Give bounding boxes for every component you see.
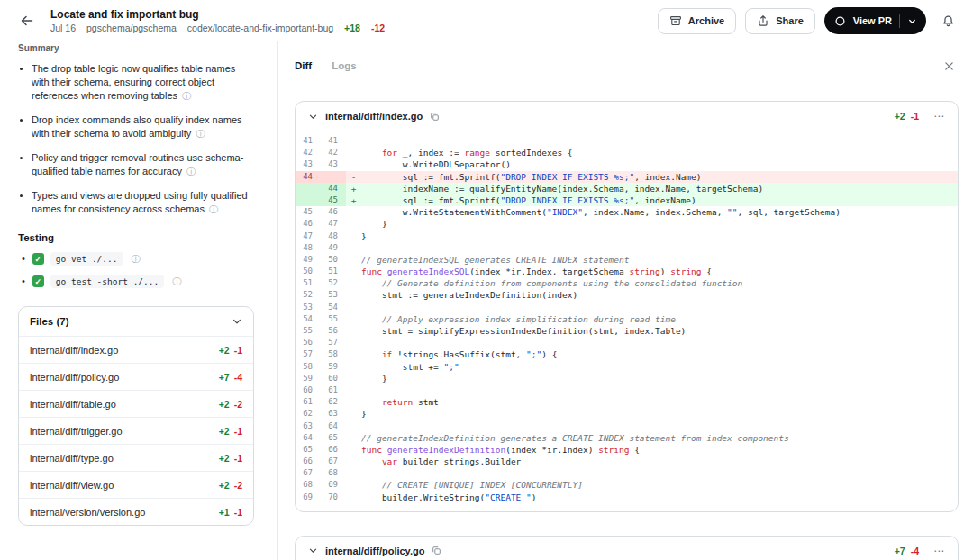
diff-panel-header: internal/diff/index.go +2 -1 ⋯ xyxy=(296,102,958,131)
app: Locate and fix important bug Jul 16 pgsc… xyxy=(0,0,973,560)
diff-sign: + xyxy=(346,183,361,194)
diff-line: 6566func generateIndexDefinition(index *… xyxy=(296,444,958,456)
diff-line: 5152 // Generate definition from compone… xyxy=(296,277,958,289)
file-row[interactable]: internal/version/version.go+1-1 xyxy=(19,498,253,525)
check-icon: ✓ xyxy=(32,253,44,265)
diff-line: 6364 xyxy=(296,420,958,432)
file-additions: +2 xyxy=(895,111,905,122)
collapse-chevron-icon[interactable] xyxy=(308,112,318,122)
old-line-number xyxy=(296,194,321,206)
code-text xyxy=(361,420,958,432)
info-icon[interactable]: ⓘ xyxy=(209,204,218,214)
new-line-number: 52 xyxy=(321,277,346,289)
file-row[interactable]: internal/diff/index.go+2-1 xyxy=(19,336,253,363)
chevron-down-icon[interactable] xyxy=(907,16,917,26)
info-icon[interactable]: ⓘ xyxy=(196,129,205,139)
old-line-number: 43 xyxy=(296,158,321,170)
diff-line: 5253 stmt := generateIndexDefinition(ind… xyxy=(296,289,958,301)
tab-logs[interactable]: Logs xyxy=(332,60,356,71)
old-line-number: 55 xyxy=(296,325,321,337)
diff-sign xyxy=(346,408,361,420)
diff-sign xyxy=(346,348,361,360)
file-row[interactable]: internal/diff/table.go+2-2 xyxy=(19,390,253,417)
old-line-number: 44 xyxy=(296,171,321,183)
back-button[interactable] xyxy=(14,8,40,33)
files-list: internal/diff/index.go+2-1internal/diff/… xyxy=(19,336,253,525)
info-icon[interactable]: ⓘ xyxy=(186,167,196,176)
file-stats: +2-2 xyxy=(219,480,242,491)
diff-content[interactable]: internal/diff/index.go +2 -1 ⋯ 41414242 … xyxy=(278,81,973,560)
info-icon[interactable]: ⓘ xyxy=(132,253,141,266)
new-line-number: 42 xyxy=(321,147,346,158)
diff-line: 6465// generateIndexDefinition generates… xyxy=(296,432,958,444)
total-deletions: -12 xyxy=(371,23,385,33)
diff-line: 5556 stmt = simplifyExpressionIndexDefin… xyxy=(296,325,958,337)
old-line-number: 65 xyxy=(296,444,321,456)
testing-list: •✓go vet ./...ⓘ•✓go test -short ./...ⓘ xyxy=(18,252,254,288)
file-additions: +2 xyxy=(219,453,230,464)
archive-icon xyxy=(669,14,682,27)
files-panel-header[interactable]: Files (7) xyxy=(19,307,253,336)
new-line-number: 65 xyxy=(321,432,346,444)
copy-icon[interactable] xyxy=(430,112,440,122)
file-row[interactable]: internal/diff/view.go+2-2 xyxy=(19,471,253,498)
diff-sign xyxy=(346,444,361,456)
diff-stats: +2 -1 xyxy=(895,111,919,122)
repo-name[interactable]: pgschema/pgschema xyxy=(86,23,177,33)
old-line-number: 58 xyxy=(296,361,321,373)
diff-line: 4242 for _, index := range sortedIndexes… xyxy=(296,147,958,158)
branch-name[interactable]: codex/locate-and-fix-important-bug xyxy=(187,23,333,33)
code-text: // generateIndexDefinition generates a C… xyxy=(361,432,958,444)
archive-button-label: Archive xyxy=(688,15,724,26)
file-row[interactable]: internal/diff/type.go+2-1 xyxy=(19,444,253,471)
new-line-number: 57 xyxy=(321,337,346,348)
tab-diff[interactable]: Diff xyxy=(295,60,312,71)
diff-sign xyxy=(346,302,361,313)
old-line-number: 48 xyxy=(296,242,321,254)
old-line-number: 42 xyxy=(296,147,321,158)
diff-filename[interactable]: internal/diff/index.go xyxy=(325,111,423,122)
collapse-chevron-icon[interactable] xyxy=(308,546,318,555)
share-button[interactable]: Share xyxy=(745,8,815,34)
file-stats: +2-1 xyxy=(219,426,242,437)
diff-line: 5859 stmt += ";" xyxy=(296,361,958,373)
archive-button[interactable]: Archive xyxy=(658,8,736,34)
file-row[interactable]: internal/diff/trigger.go+2-1 xyxy=(19,417,253,444)
code-text: return stmt xyxy=(361,396,958,408)
copy-icon[interactable] xyxy=(432,546,441,555)
diff-sign xyxy=(346,313,361,325)
diff-sign xyxy=(346,158,361,170)
new-line-number: 64 xyxy=(321,420,346,432)
diff-sign xyxy=(346,384,361,396)
diff-sign xyxy=(346,277,361,289)
file-row[interactable]: internal/diff/policy.go+7-4 xyxy=(19,363,253,390)
testing-heading: Testing xyxy=(18,232,254,243)
code-text xyxy=(361,135,958,147)
check-icon: ✓ xyxy=(32,275,44,287)
diff-sign xyxy=(346,242,361,254)
old-line-number: 68 xyxy=(296,479,321,491)
diff-code: 41414242 for _, index := range sortedInd… xyxy=(296,131,958,511)
code-text: } xyxy=(361,218,958,230)
diff-filename[interactable]: internal/diff/policy.go xyxy=(325,546,424,556)
diff-panel-header: internal/diff/policy.go +7 -4 ⋯ xyxy=(296,537,958,560)
info-icon[interactable]: ⓘ xyxy=(172,275,181,288)
diff-line: 6768 xyxy=(296,467,958,479)
old-line-number: 49 xyxy=(296,254,321,266)
diff-line: 4748} xyxy=(296,230,958,242)
file-name: internal/diff/table.go xyxy=(30,399,116,410)
diff-stats: +7 -4 xyxy=(895,546,919,556)
file-additions: +2 xyxy=(219,480,230,491)
diff-sign xyxy=(346,432,361,444)
panel-menu-button[interactable]: ⋯ xyxy=(933,111,945,122)
panel-menu-button[interactable]: ⋯ xyxy=(933,546,945,556)
view-pr-button[interactable]: View PR xyxy=(824,7,926,34)
notifications-button[interactable] xyxy=(935,8,960,33)
new-line-number: 47 xyxy=(321,218,346,230)
info-icon[interactable]: ⓘ xyxy=(182,91,191,101)
close-button[interactable] xyxy=(939,56,959,76)
old-line-number: 50 xyxy=(296,266,321,277)
diff-line: 4546 w.WriteStatementWithComment("INDEX"… xyxy=(296,206,958,218)
old-line-number: 62 xyxy=(296,408,321,420)
code-text: var builder strings.Builder xyxy=(361,456,958,467)
